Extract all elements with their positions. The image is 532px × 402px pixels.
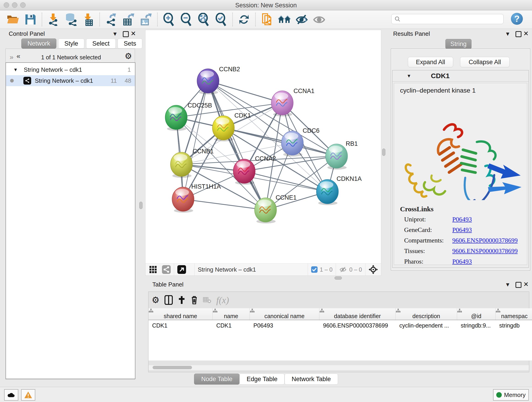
zoom-out-button[interactable]	[179, 12, 193, 27]
open-session-button[interactable]	[6, 12, 20, 27]
right-splitter-grip[interactable]	[382, 148, 385, 156]
graph-node-CDC25B[interactable]: CDC25B	[165, 102, 212, 131]
graph-node-CCNA1[interactable]: CCNA1	[271, 88, 315, 116]
scrollbar-thumb[interactable]	[152, 366, 192, 369]
network-canvas[interactable]: CCNB2CCNA1CDC25BCDK1CDC6RB1CCNB1CCNA2CDK…	[145, 30, 381, 264]
column-header-canonical-name[interactable]: canonical name	[250, 308, 319, 320]
network-row-selected[interactable]: String Network – cdk1 11 48	[6, 75, 135, 86]
expand-all-button[interactable]: Expand All	[408, 57, 453, 67]
import-network-database-button[interactable]	[64, 12, 78, 27]
search-box[interactable]	[391, 14, 504, 24]
graph-node-RB1[interactable]: RB1	[326, 140, 358, 170]
column-header-shared-name[interactable]: shared name	[148, 308, 213, 320]
export-network-button[interactable]	[104, 12, 118, 27]
graph-edge[interactable]	[208, 81, 282, 103]
network-collection-row[interactable]: ▼ String Network – cdk1 1	[6, 64, 135, 75]
help-button[interactable]: ?	[511, 13, 523, 25]
graph-node-CDC6[interactable]: CDC6	[281, 127, 320, 157]
table-cell[interactable]: cyclin-dependent ...	[396, 320, 457, 331]
graph-node-HIST1H1A[interactable]: HIST1H1A	[172, 183, 221, 213]
graph-node-CCNB2[interactable]: CCNB2	[197, 66, 240, 95]
column-header--id[interactable]: @id	[457, 308, 496, 320]
add-column-icon[interactable]	[178, 295, 186, 305]
function-builder-icon[interactable]: f(x)	[216, 295, 229, 306]
table-options-gear-icon[interactable]: ⚙	[152, 295, 159, 305]
table-cell[interactable]: stringdb:9...	[457, 320, 496, 331]
import-table-file-button[interactable]	[81, 12, 95, 27]
tab-select[interactable]: Select	[86, 38, 116, 49]
crosslink-link[interactable]: 9606.ENSP00000378699	[452, 247, 518, 255]
zoom-fit-button[interactable]	[196, 12, 211, 27]
birds-eye-crosshair-icon[interactable]	[369, 265, 378, 274]
collapse-all-networks-icon[interactable]: »	[10, 53, 13, 61]
apply-layout-button[interactable]	[237, 12, 251, 27]
results-panel-float-icon[interactable]	[515, 31, 521, 37]
delete-table-icon[interactable]	[203, 297, 211, 303]
horizontal-splitter-grip[interactable]	[335, 276, 342, 280]
hidden-eye-slash-icon[interactable]	[339, 266, 347, 273]
delete-column-icon[interactable]	[191, 295, 198, 305]
open-in-window-icon[interactable]	[177, 265, 186, 274]
zoom-in-button[interactable]	[162, 12, 176, 27]
import-network-file-button[interactable]	[46, 12, 60, 27]
collapse-all-button[interactable]: Collapse All	[460, 57, 510, 67]
zoom-selected-button[interactable]	[214, 12, 228, 27]
tab-network-table[interactable]: Network Table	[285, 374, 338, 385]
table-panel-collapse-icon[interactable]: ▼	[505, 281, 510, 288]
export-image-button[interactable]	[139, 12, 153, 27]
column-header-name[interactable]: name	[213, 308, 250, 320]
gene-header[interactable]: ▼ CDK1	[393, 70, 529, 82]
search-input[interactable]	[401, 16, 500, 22]
network-options-gear-icon[interactable]: ⚙	[125, 51, 132, 61]
control-panel-collapse-icon[interactable]: ▼	[112, 31, 118, 37]
table-horizontal-scrollbar[interactable]	[149, 365, 529, 370]
memory-button[interactable]: Memory	[493, 389, 529, 401]
warning-button[interactable]	[21, 389, 35, 401]
selected-checkbox-icon[interactable]	[311, 266, 317, 273]
results-tab-string[interactable]: String	[445, 39, 472, 49]
crosslink-link[interactable]: P06493	[452, 216, 472, 223]
results-panel-collapse-icon[interactable]: ▼	[505, 31, 510, 37]
expand-all-networks-icon[interactable]: »	[17, 53, 20, 61]
table-cell[interactable]: CDK1	[213, 320, 250, 331]
tab-node-table[interactable]: Node Table	[194, 374, 239, 385]
graph-node-CCNE1[interactable]: CCNE1	[254, 194, 297, 223]
gene-collapse-icon[interactable]: ▼	[407, 73, 411, 79]
export-table-button[interactable]	[121, 12, 136, 27]
tab-edge-table[interactable]: Edge Table	[239, 374, 285, 385]
table-cell[interactable]: stringdb	[496, 320, 532, 331]
graph-edge[interactable]	[183, 199, 266, 210]
table-panel-close-icon[interactable]: ✕	[523, 281, 529, 288]
table-panel-float-icon[interactable]	[515, 282, 521, 288]
first-neighbors-button[interactable]	[277, 12, 291, 27]
tab-style[interactable]: Style	[58, 38, 84, 49]
cloud-status-button[interactable]	[4, 389, 18, 401]
hide-selection-button[interactable]	[295, 12, 309, 27]
control-panel-float-icon[interactable]	[123, 31, 129, 37]
grid-view-icon[interactable]	[149, 266, 157, 274]
control-panel-close-icon[interactable]: ✕	[131, 30, 136, 37]
column-header-namespac[interactable]: namespac	[496, 308, 532, 320]
column-header-database-identifier[interactable]: database identifier	[319, 308, 396, 320]
graph-edge[interactable]	[183, 81, 208, 199]
show-all-button[interactable]	[312, 12, 326, 27]
crosslink-link[interactable]: 9606.ENSP00000378699	[452, 237, 518, 244]
table-cell[interactable]: P06493	[250, 320, 319, 331]
graph-node-CDK1[interactable]: CDK1	[212, 112, 251, 141]
left-splitter-grip[interactable]	[139, 202, 143, 209]
tab-sets[interactable]: Sets	[118, 38, 142, 49]
graph-node-CDKN1A[interactable]: CDKN1A	[317, 175, 362, 205]
show-columns-icon[interactable]	[165, 295, 173, 305]
column-header-description[interactable]: description	[396, 308, 457, 320]
save-session-button[interactable]	[23, 12, 38, 27]
table-cell[interactable]: 9606.ENSP00000378699	[319, 320, 396, 331]
new-network-from-selection-button[interactable]	[260, 12, 274, 27]
crosslink-link[interactable]: P06493	[452, 226, 472, 234]
graph-edge[interactable]	[208, 81, 266, 210]
tab-network[interactable]: Network	[21, 38, 56, 49]
collection-expand-icon[interactable]: ▼	[13, 67, 18, 72]
results-panel-close-icon[interactable]: ✕	[523, 30, 529, 37]
table-row[interactable]: CDK1CDK1P064939606.ENSP00000378699cyclin…	[148, 320, 532, 331]
graph-edge[interactable]	[223, 128, 336, 156]
share-view-icon[interactable]	[162, 265, 171, 274]
